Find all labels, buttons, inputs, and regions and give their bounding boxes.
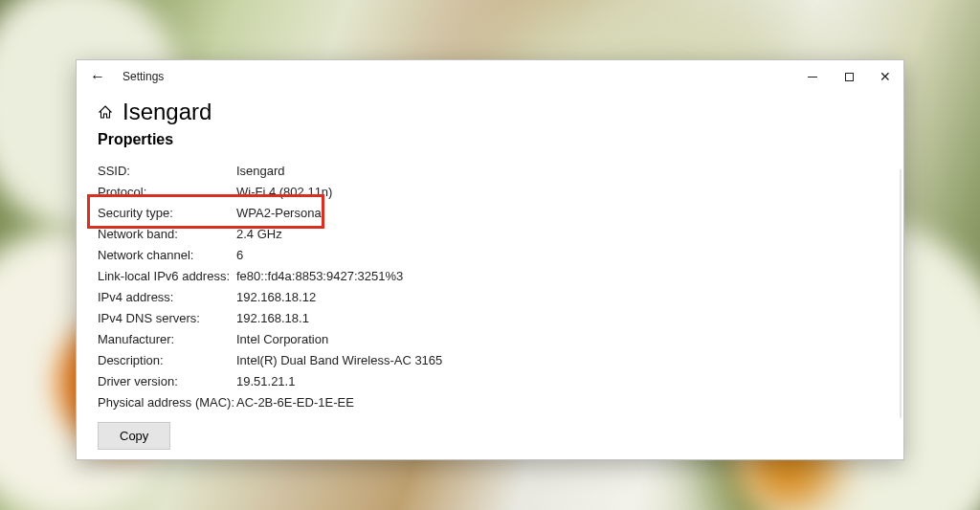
property-value: 6 bbox=[236, 248, 882, 262]
maximize-button[interactable] bbox=[831, 60, 867, 93]
property-label: Manufacturer: bbox=[98, 332, 236, 346]
property-value: AC-2B-6E-ED-1E-EE bbox=[236, 395, 882, 410]
property-label: IPv4 DNS servers: bbox=[98, 311, 236, 325]
property-row: Link-local IPv6 address:fe80::fd4a:8853:… bbox=[98, 265, 882, 286]
property-value: 2.4 GHz bbox=[236, 227, 882, 241]
maximize-icon bbox=[845, 73, 854, 81]
copy-button[interactable]: Copy bbox=[98, 422, 170, 450]
close-button[interactable]: ✕ bbox=[867, 60, 903, 93]
property-value: Wi-Fi 4 (802.11n) bbox=[236, 185, 882, 199]
property-label: Protocol: bbox=[98, 185, 236, 199]
property-label: Security type: bbox=[98, 206, 236, 220]
property-value: 192.168.18.12 bbox=[236, 290, 882, 304]
property-row: Description:Intel(R) Dual Band Wireless-… bbox=[98, 349, 882, 370]
title-bar: ← Settings ✕ bbox=[77, 60, 903, 93]
close-icon: ✕ bbox=[880, 70, 891, 83]
properties-table: SSID:IsengardProtocol:Wi-Fi 4 (802.11n)S… bbox=[98, 160, 882, 412]
property-value: fe80::fd4a:8853:9427:3251%3 bbox=[236, 269, 882, 283]
property-row: IPv4 address:192.168.18.12 bbox=[98, 286, 882, 307]
home-icon[interactable] bbox=[98, 104, 113, 120]
property-value: 19.51.21.1 bbox=[236, 374, 882, 388]
property-label: SSID: bbox=[98, 164, 236, 178]
section-title: Properties bbox=[98, 131, 882, 148]
property-value: WPA2-Personal bbox=[236, 206, 882, 220]
property-value: 192.168.18.1 bbox=[236, 311, 882, 325]
property-row: Security type:WPA2-Personal bbox=[98, 202, 882, 223]
property-label: Description: bbox=[98, 353, 236, 367]
property-value: Isengard bbox=[236, 164, 882, 178]
property-row: Manufacturer:Intel Corporation bbox=[98, 328, 882, 349]
property-row: Network band:2.4 GHz bbox=[98, 223, 882, 244]
property-label: IPv4 address: bbox=[98, 290, 236, 304]
property-row: SSID:Isengard bbox=[98, 160, 882, 181]
scrollbar[interactable] bbox=[900, 169, 902, 418]
property-row: IPv4 DNS servers:192.168.18.1 bbox=[98, 307, 882, 328]
property-label: Driver version: bbox=[98, 374, 236, 388]
content-area: Isengard Properties SSID:IsengardProtoco… bbox=[77, 93, 903, 459]
property-value: Intel(R) Dual Band Wireless-AC 3165 bbox=[236, 353, 882, 367]
property-label: Physical address (MAC): bbox=[98, 395, 236, 410]
property-label: Network channel: bbox=[98, 248, 236, 262]
property-row: Physical address (MAC):AC-2B-6E-ED-1E-EE bbox=[98, 391, 882, 412]
page-title: Isengard bbox=[122, 99, 212, 125]
property-value: Intel Corporation bbox=[236, 332, 882, 346]
app-title: Settings bbox=[122, 70, 164, 83]
settings-window: ← Settings ✕ Isengard Properties SSID:Is… bbox=[76, 59, 904, 460]
minimize-icon bbox=[808, 77, 817, 78]
minimize-button[interactable] bbox=[794, 60, 831, 93]
back-arrow-icon[interactable]: ← bbox=[90, 69, 105, 84]
property-label: Link-local IPv6 address: bbox=[98, 269, 236, 283]
property-label: Network band: bbox=[98, 227, 236, 241]
property-row: Network channel:6 bbox=[98, 244, 882, 265]
property-row: Driver version:19.51.21.1 bbox=[98, 370, 882, 391]
property-row: Protocol:Wi-Fi 4 (802.11n) bbox=[98, 181, 882, 202]
